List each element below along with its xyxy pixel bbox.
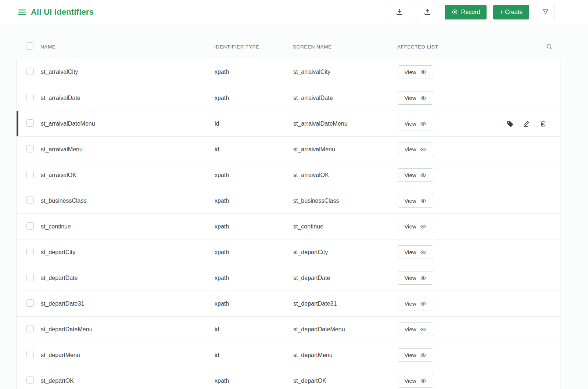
table-row[interactable]: st_departDateMenu id st_departDateMenu V… [17, 316, 560, 342]
identifier-type: xpath [215, 223, 293, 230]
screen-name: st_arraivalDate [293, 95, 398, 101]
identifier-name: st_arraivalDate [41, 95, 215, 101]
table-row[interactable]: st_arraivalDateMenu id st_arraivalDateMe… [17, 111, 560, 136]
table-row[interactable]: st_departDate31 xpath st_departDate31 Vi… [17, 291, 560, 316]
checkbox-cell [17, 222, 41, 231]
identifier-name: st_departDate31 [41, 300, 215, 307]
row-checkbox[interactable] [26, 377, 34, 384]
identifier-type: xpath [215, 172, 293, 179]
row-checkbox[interactable] [26, 119, 34, 127]
screen-name: st_departDate [293, 275, 398, 281]
view-button[interactable]: View [398, 348, 433, 362]
checkbox-cell [17, 377, 41, 385]
row-checkbox[interactable] [26, 171, 34, 178]
affected-list-cell: View [398, 194, 560, 208]
row-checkbox[interactable] [26, 248, 34, 255]
search-icon [546, 43, 553, 50]
column-affected-list: AFFECTED LIST [397, 44, 438, 50]
table-row[interactable]: st_departCity xpath st_departCity View [17, 239, 560, 265]
identifier-name: st_arraivalOK [41, 172, 215, 179]
view-button[interactable]: View [398, 168, 433, 182]
screen-name: st_departDate31 [293, 300, 398, 307]
view-button[interactable]: View [398, 374, 433, 388]
checkbox-cell [17, 145, 41, 154]
table-row[interactable]: st_arraivalOK xpath st_arraivalOK View [17, 162, 560, 188]
view-button[interactable]: View [398, 271, 433, 285]
eye-icon [420, 378, 427, 384]
row-actions [506, 120, 547, 128]
menu-icon[interactable] [18, 8, 26, 17]
view-button[interactable]: View [398, 220, 433, 233]
affected-list-cell: View [398, 348, 560, 362]
eye-icon [420, 275, 427, 281]
row-checkbox[interactable] [26, 197, 34, 204]
trash-icon [539, 120, 547, 127]
affected-list-cell: View [398, 117, 560, 130]
eye-icon [420, 224, 427, 230]
topbar: All UI Identifiers Record + Create [0, 0, 588, 24]
row-checkbox[interactable] [26, 274, 34, 281]
row-checkbox[interactable] [26, 68, 34, 75]
table-row[interactable]: st_departMenu id st_departMenu View [17, 342, 560, 368]
identifier-name: st_departCity [41, 249, 215, 256]
screen-name: st_arraivalDateMenu [293, 120, 398, 127]
view-button-label: View [404, 120, 416, 127]
delete-button[interactable] [539, 120, 547, 127]
table-row[interactable]: st_arraivalDate xpath st_arraivalDate Vi… [17, 85, 560, 111]
record-button[interactable]: Record [445, 5, 487, 19]
row-checkbox[interactable] [26, 222, 34, 230]
filter-button[interactable] [536, 5, 555, 19]
edit-button[interactable] [523, 120, 531, 127]
row-checkbox[interactable] [26, 351, 34, 358]
table-row[interactable]: st_departDate xpath st_departDate View [17, 265, 560, 291]
view-button[interactable]: View [398, 245, 433, 259]
eye-icon [420, 352, 427, 358]
row-checkbox[interactable] [26, 299, 34, 307]
screen-name: st_departOK [293, 378, 398, 384]
affected-list-cell: View [398, 245, 560, 259]
view-button-label: View [404, 95, 416, 101]
view-button-label: View [404, 275, 416, 281]
table-row[interactable]: st_departOK xpath st_departOK View [17, 368, 560, 389]
affected-list-cell: View [398, 220, 560, 233]
view-button[interactable]: View [398, 194, 433, 208]
checkbox-cell [17, 119, 41, 128]
identifier-name: st_departDate [41, 275, 215, 281]
identifier-type: xpath [215, 198, 293, 204]
view-button[interactable]: View [398, 323, 433, 336]
eye-icon [420, 172, 427, 178]
filter-icon [542, 8, 549, 16]
screen-name: st_businessClass [293, 198, 398, 204]
column-affected-list-cell: AFFECTED LIST [397, 43, 560, 50]
record-icon [451, 8, 458, 15]
identifiers-table: st_arraivalCity xpath st_arraivalCity Vi… [17, 59, 560, 389]
tag-button[interactable] [506, 120, 514, 128]
import-button[interactable] [389, 5, 410, 19]
view-button[interactable]: View [398, 91, 433, 105]
create-button[interactable]: + Create [493, 5, 529, 19]
record-button-label: Record [461, 9, 480, 15]
identifier-type: xpath [215, 69, 293, 75]
checkbox-cell [17, 274, 41, 282]
view-button[interactable]: View [398, 297, 433, 310]
view-button[interactable]: View [398, 65, 433, 79]
search-button[interactable] [546, 43, 553, 50]
row-checkbox[interactable] [26, 94, 34, 101]
affected-list-cell: View [398, 297, 560, 310]
view-button[interactable]: View [398, 117, 433, 130]
screen-name: st_arraivalMenu [293, 146, 398, 153]
table-row[interactable]: st_businessClass xpath st_businessClass … [17, 188, 560, 213]
identifier-type: xpath [215, 249, 293, 256]
table-row[interactable]: st_arraivalCity xpath st_arraivalCity Vi… [17, 59, 560, 85]
table-row[interactable]: st_arraivalMenu id st_arraivalMenu View [17, 136, 560, 162]
checkbox-cell [17, 325, 41, 334]
row-checkbox[interactable] [26, 325, 34, 332]
publish-button[interactable] [417, 5, 438, 19]
table-row[interactable]: st_continue xpath st_continue View [17, 213, 560, 239]
select-all-checkbox[interactable] [26, 42, 33, 50]
row-checkbox[interactable] [26, 145, 34, 152]
view-button[interactable]: View [398, 143, 433, 156]
identifier-type: xpath [215, 95, 293, 101]
identifier-type: id [215, 326, 293, 333]
screen-name: st_continue [293, 223, 398, 230]
